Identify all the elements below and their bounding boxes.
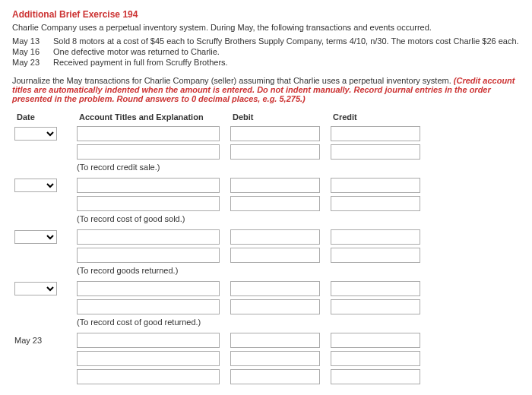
- debit-input[interactable]: [230, 369, 320, 384]
- account-input[interactable]: [77, 196, 220, 211]
- debit-input[interactable]: [230, 281, 320, 296]
- credit-input[interactable]: [331, 351, 420, 366]
- instruction-block: Journalize the May transactions for Char…: [12, 76, 520, 103]
- account-input[interactable]: [77, 369, 220, 384]
- entry-note: (To record cost of good sold.): [74, 213, 228, 228]
- credit-input[interactable]: [331, 369, 420, 384]
- account-input[interactable]: [77, 281, 220, 296]
- tx-date: May 23: [12, 58, 53, 67]
- debit-input[interactable]: [230, 299, 320, 314]
- account-input[interactable]: [77, 248, 220, 263]
- credit-input[interactable]: [331, 126, 420, 141]
- date-select[interactable]: [14, 127, 57, 141]
- debit-input[interactable]: [230, 229, 320, 245]
- debit-input[interactable]: [230, 178, 320, 193]
- debit-input[interactable]: [230, 126, 320, 141]
- transaction-row: May 16 One defective motor was returned …: [12, 47, 520, 56]
- intro-text: Charlie Company uses a perpetual invento…: [12, 23, 520, 32]
- debit-input[interactable]: [230, 248, 320, 263]
- tx-desc: Sold 8 motors at a cost of $45 each to S…: [53, 36, 520, 46]
- tx-date: May 16: [12, 47, 53, 56]
- credit-input[interactable]: [331, 144, 420, 160]
- exercise-title: Additional Brief Exercise 194: [12, 9, 520, 20]
- col-header-debit: Debit: [228, 109, 328, 125]
- account-input[interactable]: [77, 229, 220, 245]
- credit-input[interactable]: [331, 299, 420, 314]
- entry-note: (To record goods returned.): [74, 264, 228, 280]
- account-input[interactable]: [77, 333, 220, 348]
- date-select[interactable]: [14, 179, 57, 192]
- debit-input[interactable]: [230, 196, 320, 211]
- transaction-row: May 13 Sold 8 motors at a cost of $45 ea…: [12, 36, 520, 46]
- col-header-credit: Credit: [328, 109, 429, 125]
- debit-input[interactable]: [230, 333, 320, 348]
- account-input[interactable]: [77, 178, 220, 193]
- transaction-list: May 13 Sold 8 motors at a cost of $45 ea…: [12, 36, 520, 67]
- account-input[interactable]: [77, 144, 220, 160]
- account-input[interactable]: [77, 126, 220, 141]
- credit-input[interactable]: [331, 281, 420, 296]
- tx-desc: One defective motor was returned to Char…: [53, 47, 520, 56]
- entry-note: (To record cost of good returned.): [74, 316, 228, 331]
- credit-input[interactable]: [331, 229, 420, 245]
- journal-table: Date Account Titles and Explanation Debi…: [12, 109, 429, 386]
- date-select[interactable]: [14, 282, 57, 295]
- credit-input[interactable]: [331, 248, 420, 263]
- col-header-acct: Account Titles and Explanation: [74, 109, 228, 125]
- static-date: May 23: [12, 331, 74, 349]
- account-input[interactable]: [77, 351, 220, 366]
- debit-input[interactable]: [230, 351, 320, 366]
- credit-input[interactable]: [331, 196, 420, 211]
- instruction-plain: Journalize the May transactions for Char…: [12, 76, 454, 85]
- account-input[interactable]: [77, 299, 220, 314]
- tx-date: May 13: [12, 36, 53, 46]
- credit-input[interactable]: [331, 333, 420, 348]
- entry-note: (To record credit sale.): [74, 161, 228, 176]
- date-select[interactable]: [14, 230, 57, 244]
- col-header-date: Date: [12, 109, 74, 125]
- debit-input[interactable]: [230, 144, 320, 160]
- credit-input[interactable]: [331, 178, 420, 193]
- transaction-row: May 23 Received payment in full from Scr…: [12, 58, 520, 67]
- tx-desc: Received payment in full from Scruffy Br…: [53, 58, 520, 67]
